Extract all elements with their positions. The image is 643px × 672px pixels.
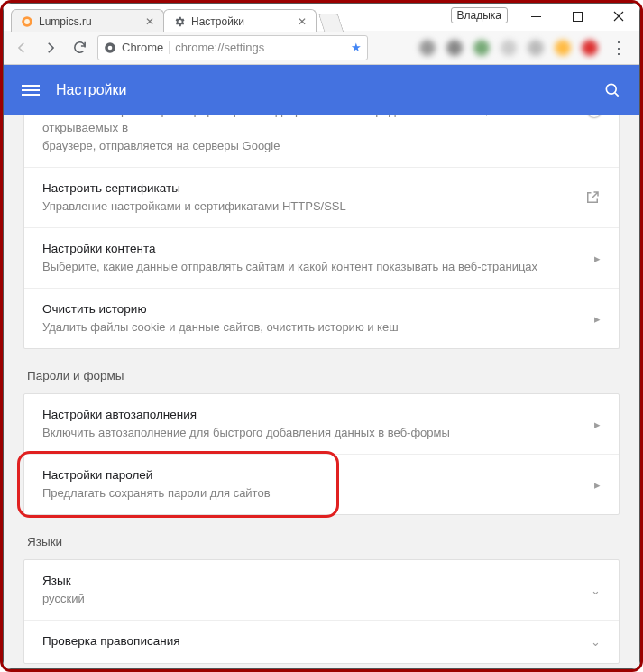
row-sub: Включить автозаполнение для быстрого доб… [42,425,583,441]
chevron-down-icon: ⌄ [591,635,601,649]
row-sub: Выберите, какие данные отправлять сайтам… [42,259,583,275]
section-passwords-forms: Пароли и формы [23,349,620,393]
svg-point-1 [24,19,30,24]
settings-content[interactable]: Безопасный просмотр. Информация о подозр… [4,115,639,668]
svg-rect-3 [573,12,582,21]
chevron-right-icon: ▸ [594,252,601,265]
chevron-right-icon: ▸ [594,478,601,492]
row-title: Настроить сертификаты [42,180,574,198]
profile-badge[interactable]: Владыка [451,7,509,23]
row-title: Настройки паролей [42,467,583,484]
row-passwords[interactable]: Настройки паролей Предлагать сохранять п… [24,454,619,514]
svg-point-6 [606,84,616,94]
browser-menu-button[interactable]: ⋮ [605,38,632,58]
section-languages: Языки [23,515,620,559]
privacy-card: Безопасный просмотр. Информация о подозр… [23,115,620,349]
new-tab-button[interactable] [318,14,344,32]
extension-icon[interactable] [501,40,517,56]
extension-icon[interactable] [419,40,436,56]
browser-toolbar: Chrome chrome://settings ★ ⋮ [4,31,639,65]
browser-tabs: Lumpics.ru ✕ Настройки ✕ [4,4,341,32]
row-title: Проверка правописания [42,633,580,650]
close-icon[interactable]: ✕ [145,15,154,28]
bookmark-star-icon[interactable]: ★ [351,41,362,54]
row-content-settings[interactable]: Настройки контента Выберите, какие данны… [24,227,619,288]
origin-label: Chrome [122,41,170,54]
forward-button[interactable] [40,37,61,59]
url-text: chrome://settings [175,41,264,54]
row-certificates[interactable]: Настроить сертификаты Управление настрой… [24,167,619,227]
row-sub: Управление настройками и сертификатами H… [42,198,574,215]
row-sub: браузере, отправляется на серверы Google [42,138,559,154]
search-icon[interactable] [603,81,621,99]
svg-point-5 [108,45,113,50]
close-window-button[interactable] [598,4,639,29]
row-title: Настройки автозаполнения [42,407,583,424]
row-title: Язык [42,573,580,590]
chrome-icon [104,41,116,54]
minimize-button[interactable] [515,4,556,29]
chevron-right-icon: ▸ [594,312,601,326]
extension-icon[interactable] [473,40,490,56]
window-titlebar: Lumpics.ru ✕ Настройки ✕ Владыка [4,4,639,31]
row-clear-history[interactable]: Очистить историю Удалить файлы cookie и … [24,288,619,348]
extension-icon[interactable] [446,40,463,56]
close-icon[interactable]: ✕ [298,15,307,28]
back-button[interactable] [11,37,32,59]
row-title: Настройки контента [42,241,583,258]
page-title: Настройки [56,82,126,98]
window-controls [515,4,639,29]
extension-icons [419,40,598,56]
row-autofill[interactable]: Настройки автозаполнения Включить автоза… [24,394,619,454]
settings-header: Настройки [4,65,639,115]
row-sub: русский [42,591,580,607]
maximize-button[interactable] [556,4,598,29]
row-title: Очистить историю [42,301,583,318]
extension-icon[interactable] [582,40,598,56]
tab-title: Настройки [191,15,244,28]
lumpics-favicon [21,15,33,28]
passwords-card: Настройки автозаполнения Включить автоза… [23,393,620,515]
row-sub: Удалить файлы cookie и данные сайтов, оч… [42,319,583,336]
row-spellcheck[interactable]: Проверка правописания ⌄ [24,620,619,663]
row-title-partial: Безопасный просмотр. Информация о подозр… [42,115,559,137]
chevron-down-icon: ⌄ [591,584,601,597]
external-link-icon [584,189,601,206]
settings-favicon [173,15,186,28]
extension-icon[interactable] [528,40,544,56]
menu-icon[interactable] [22,85,40,96]
row-sub: Предлагать сохранять пароли для сайтов [42,485,583,502]
row-language[interactable]: Язык русский ⌄ [24,560,619,620]
address-bar[interactable]: Chrome chrome://settings ★ [97,35,368,60]
chevron-right-icon: ▸ [594,418,601,431]
tab-lumpics[interactable]: Lumpics.ru ✕ [11,9,164,32]
tab-settings[interactable]: Настройки ✕ [163,9,317,32]
svg-rect-2 [531,16,541,17]
partial-row[interactable]: Безопасный просмотр. Информация о подозр… [24,115,619,167]
languages-card: Язык русский ⌄ Проверка правописания ⌄ [23,559,620,664]
tab-title: Lumpics.ru [39,15,92,28]
extension-icon[interactable] [555,40,571,56]
reload-button[interactable] [69,37,90,59]
